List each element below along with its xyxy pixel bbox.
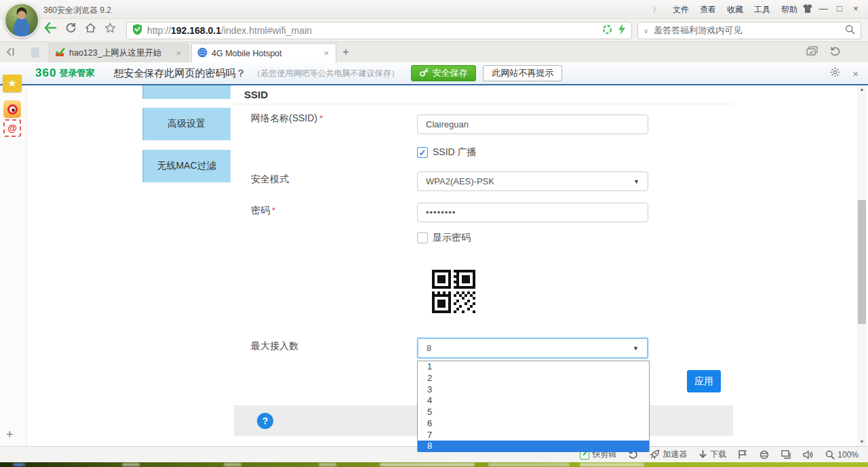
vertical-scrollbar[interactable]: ▲ ▼ — [857, 85, 867, 446]
show-password-checkbox[interactable] — [417, 232, 428, 243]
sidebar-item-mac-filter[interactable]: 无线MAC过滤 — [142, 150, 231, 182]
show-password-row[interactable]: 显示密码 — [417, 232, 471, 244]
zoom-level-label: 100% — [837, 450, 859, 460]
save-password-question: 想安全保存此网页的密码吗？ — [113, 67, 245, 80]
user-avatar[interactable] — [4, 3, 39, 38]
tab-bar: hao123_上网从这里开始 × 4G Mobile Hotspot × + — [0, 42, 868, 62]
maximize-button[interactable]: □ — [831, 1, 848, 16]
menu-favorites[interactable]: 收藏 — [727, 4, 743, 16]
url-field[interactable]: http://192.168.0.1/index.html#wifi_main — [126, 22, 632, 39]
search-magnifier-icon[interactable] — [845, 24, 855, 37]
sidebar-item-advanced-settings[interactable]: 高级设置 — [142, 108, 231, 140]
password-input[interactable] — [417, 203, 648, 222]
secure-save-label: 安全保存 — [432, 67, 467, 79]
minimize-button[interactable]: — — [815, 1, 831, 16]
max-clients-select[interactable]: 8 ▼ — [417, 338, 648, 359]
back-icon[interactable] — [43, 22, 57, 33]
scroll-up-icon[interactable]: ▲ — [857, 85, 867, 94]
tab-4g-hotspot[interactable]: 4G Mobile Hotspot × — [191, 43, 336, 62]
skin-theme-icon[interactable] — [802, 3, 815, 16]
dropdown-option[interactable]: 3 — [418, 384, 649, 396]
gear-icon[interactable] — [830, 67, 840, 80]
security-mode-value: WPA2(AES)-PSK — [426, 176, 494, 186]
speed-lightning-icon[interactable] — [618, 24, 626, 37]
max-clients-value: 8 — [427, 343, 431, 353]
secure-save-button[interactable]: 安全保存 — [411, 65, 476, 81]
ssid-label: 网络名称(SSID)* — [251, 113, 323, 125]
zoom-control[interactable]: 100% — [825, 450, 859, 460]
site-security-shield-icon[interactable] — [132, 24, 142, 38]
weibo-icon[interactable] — [3, 100, 21, 118]
save-password-hint: （若您使用网吧等公共电脑不建议保存） — [252, 68, 399, 79]
desktop-taskbar-strip — [0, 462, 868, 467]
new-tab-button[interactable]: + — [339, 46, 353, 60]
help-icon[interactable]: ? — [257, 413, 273, 429]
hotspot-favicon — [197, 47, 208, 60]
login-manager-name: 登录管家 — [59, 67, 94, 79]
ssid-broadcast-checkbox[interactable]: ✓ — [417, 147, 428, 158]
collapse-tabs-icon[interactable] — [5, 47, 16, 60]
ssid-broadcast-row[interactable]: ✓ SSID 广播 — [417, 146, 477, 159]
max-clients-label: 最大接入数 — [251, 340, 298, 352]
dropdown-option[interactable]: 1 — [418, 361, 649, 373]
menu-expander-icon[interactable]: 〉 — [652, 4, 660, 16]
refresh-icon[interactable] — [65, 22, 77, 33]
mention-at-icon[interactable]: @ — [3, 119, 21, 137]
favorites-star-icon[interactable]: ★ — [3, 75, 22, 92]
password-save-bar: 360 登录管家 想安全保存此网页的密码吗？ （若您使用网吧等公共电脑不建议保存… — [0, 62, 868, 85]
show-password-label: 显示密码 — [433, 232, 471, 244]
window-controls: — □ × — [815, 1, 864, 16]
accelerator-label: 加速器 — [663, 449, 687, 460]
extension-wheel-icon[interactable] — [602, 24, 612, 37]
ssid-input[interactable] — [417, 115, 648, 134]
dropdown-option[interactable]: 5 — [418, 407, 649, 418]
search-input[interactable] — [654, 26, 845, 36]
menu-tools[interactable]: 工具 — [754, 4, 770, 16]
menu-view[interactable]: 查看 — [700, 4, 716, 16]
menu-help[interactable]: 帮助 — [781, 4, 797, 16]
window-title-bar: 360安全浏览器 9.2 〉 文件 查看 收藏 工具 帮助 — □ × — [0, 0, 868, 19]
search-box[interactable]: ∨ — [637, 22, 861, 39]
login-manager-logo: 360 — [35, 66, 56, 80]
window-title: 360安全浏览器 9.2 — [43, 5, 111, 16]
favorite-star-icon[interactable] — [104, 22, 116, 33]
browser-side-rail: ★ @ + — [0, 85, 27, 446]
switch-display-icon[interactable] — [781, 450, 791, 459]
add-sidebar-app-icon[interactable]: + — [6, 428, 14, 442]
security-mode-label: 安全模式 — [251, 174, 289, 186]
home-icon[interactable] — [85, 22, 96, 33]
restore-windows-icon[interactable] — [806, 46, 818, 60]
speaker-icon[interactable] — [803, 450, 814, 460]
dropdown-option[interactable]: 6 — [418, 418, 649, 430]
menu-file[interactable]: 文件 — [673, 4, 689, 16]
close-button[interactable]: × — [848, 1, 864, 16]
never-prompt-button[interactable]: 此网站不再提示 — [483, 65, 562, 81]
chevron-down-icon: ▼ — [633, 345, 639, 352]
tab-list-icon[interactable] — [31, 47, 39, 58]
dropdown-option-selected[interactable]: 8 — [418, 441, 649, 452]
required-mark: * — [272, 205, 275, 216]
scrollbar-thumb[interactable] — [858, 200, 866, 324]
url-host: 192.168.0.1 — [171, 25, 221, 36]
tab-hao123[interactable]: hao123_上网从这里开始 × — [49, 43, 189, 62]
tab-close-icon[interactable]: × — [174, 48, 182, 58]
sidebar-item-partial[interactable] — [142, 85, 231, 99]
password-label: 密码* — [251, 205, 275, 217]
accelerator-button[interactable]: 加速器 — [650, 449, 687, 460]
dropdown-option[interactable]: 7 — [418, 430, 649, 441]
security-mode-select[interactable]: WPA2(AES)-PSK ▼ — [417, 171, 648, 191]
tab-label: 4G Mobile Hotspot — [212, 49, 322, 58]
search-engine-chevron-icon[interactable]: ∨ — [644, 27, 648, 35]
report-flag-icon[interactable] — [738, 450, 747, 460]
download-button[interactable]: 下载 — [698, 449, 726, 460]
dropdown-option[interactable]: 2 — [418, 373, 649, 384]
tab-close-icon[interactable]: × — [322, 48, 330, 58]
chevron-down-icon: ▼ — [633, 178, 639, 185]
close-bar-icon[interactable]: × — [852, 68, 859, 79]
section-divider — [234, 104, 733, 104]
reopen-closed-tab-icon[interactable] — [829, 46, 841, 60]
scroll-down-icon[interactable]: ▼ — [857, 438, 867, 446]
ie-mode-icon[interactable] — [759, 450, 770, 460]
dropdown-option[interactable]: 4 — [418, 395, 649, 407]
apply-button[interactable]: 应用 — [687, 370, 721, 392]
